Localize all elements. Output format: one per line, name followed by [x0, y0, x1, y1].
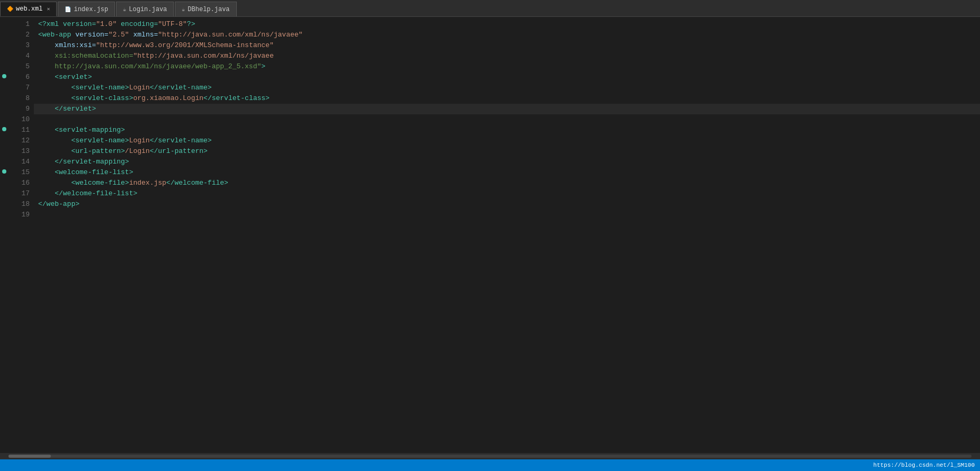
tab-bar: 🔶 web.xml ✕ 📄 index.jsp ☕ Login.java ☕ D…: [0, 0, 980, 17]
line-num-14: 14: [16, 157, 30, 167]
code-line-19: [34, 210, 980, 220]
line-num-12: 12: [16, 135, 30, 146]
tab-label: Login.java: [129, 6, 167, 13]
line-num-16: 16: [16, 178, 30, 188]
tab-web-xml[interactable]: 🔶 web.xml ✕: [0, 2, 57, 16]
tab-label: index.jsp: [74, 6, 108, 13]
code-line-12: <servlet-name>Login</servlet-name>: [34, 135, 980, 146]
tab-label: DBhelp.java: [188, 6, 229, 13]
code-line-17: </welcome-file-list>: [34, 188, 980, 199]
line-num-5: 5: [16, 61, 30, 72]
code-line-5: http://java.sun.com/xml/ns/javaee/web-ap…: [34, 61, 980, 72]
breakpoint-indicator-6: [2, 74, 6, 78]
code-line-2: <web-app version="2.5" xmlns="http://jav…: [34, 30, 980, 40]
status-url: https://blog.csdn.net/l_SM100: [874, 462, 975, 468]
close-icon[interactable]: ✕: [47, 6, 50, 12]
scrollbar-thumb[interactable]: [8, 455, 51, 458]
line-numbers: 1 2 3 4 5 6 7 8 9 10 11 12 13 14 15 16 1…: [7, 17, 34, 453]
line-num-9: 9: [16, 104, 30, 114]
line-num-1: 1: [16, 19, 30, 30]
line-num-8: 8: [16, 93, 30, 104]
code-line-1: <?xml version="1.0" encoding="UTF-8"?>: [34, 19, 980, 30]
code-line-7: <servlet-name>Login</servlet-name>: [34, 83, 980, 93]
code-line-9: </servlet>: [34, 104, 980, 114]
line-num-7: 7: [16, 83, 30, 93]
java-file-icon-2: ☕: [182, 6, 185, 13]
code-line-13: <url-pattern>/Login</url-pattern>: [34, 146, 980, 157]
editor-container: 1 2 3 4 5 6 7 8 9 10 11 12 13 14 15 16 1…: [0, 17, 980, 453]
status-bar: https://blog.csdn.net/l_SM100: [0, 459, 980, 471]
line-num-4: 4: [16, 51, 30, 61]
line-num-10: 10: [16, 114, 30, 125]
line-num-2: 2: [16, 30, 30, 40]
code-line-10: [34, 114, 980, 125]
tab-label: web.xml: [16, 5, 42, 13]
code-line-11: <servlet-mapping>: [34, 125, 980, 135]
xml-file-icon: 🔶: [7, 6, 13, 12]
java-file-icon: ☕: [123, 6, 126, 13]
code-line-16: <welcome-file>index.jsp</welcome-file>: [34, 178, 980, 188]
line-num-19: 19: [16, 210, 30, 220]
line-num-6: 6: [16, 72, 30, 83]
line-num-3: 3: [16, 40, 30, 51]
code-editor[interactable]: <?xml version="1.0" encoding="UTF-8"?> <…: [34, 17, 980, 453]
tab-dbhelp-java[interactable]: ☕ DBhelp.java: [175, 2, 236, 16]
breakpoint-indicator-15: [2, 169, 6, 174]
jsp-file-icon: 📄: [65, 6, 71, 13]
line-num-17: 17: [16, 188, 30, 199]
left-margin: [0, 17, 7, 453]
breakpoint-indicator-11: [2, 127, 6, 131]
code-line-8: <servlet-class>org.xiaomao.Login</servle…: [34, 93, 980, 104]
line-num-11: 11: [16, 125, 30, 135]
code-line-3: xmlns:xsi="http://www.w3.org/2001/XMLSch…: [34, 40, 980, 51]
horizontal-scrollbar[interactable]: [0, 453, 980, 459]
code-line-4: xsi:schemaLocation="http://java.sun.com/…: [34, 51, 980, 61]
line-num-18: 18: [16, 199, 30, 210]
line-num-15: 15: [16, 167, 30, 178]
code-line-14: </servlet-mapping>: [34, 157, 980, 167]
tab-login-java[interactable]: ☕ Login.java: [116, 2, 174, 16]
code-line-15: <welcome-file-list>: [34, 167, 980, 178]
code-line-6: <servlet>: [34, 72, 980, 83]
code-line-18: </web-app>: [34, 199, 980, 210]
tab-index-jsp[interactable]: 📄 index.jsp: [58, 2, 115, 16]
scrollbar-track: [8, 455, 972, 458]
line-num-13: 13: [16, 146, 30, 157]
